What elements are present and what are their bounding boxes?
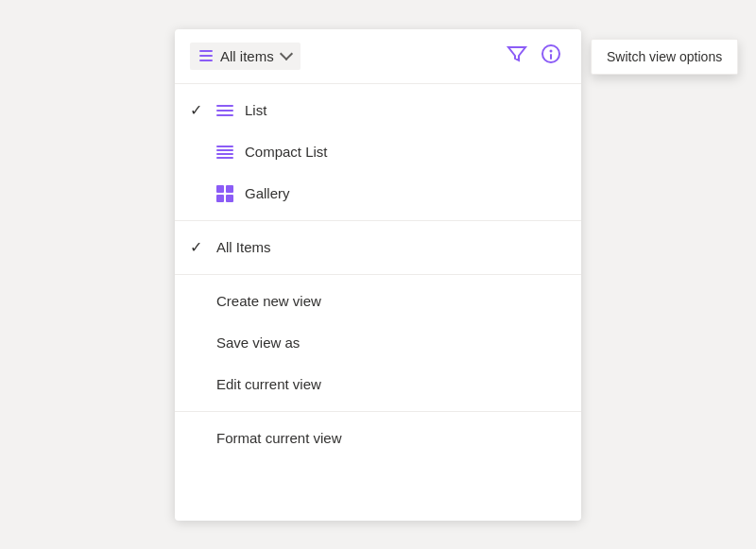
save-view-as-label: Save view as — [216, 335, 562, 351]
gallery-item[interactable]: Gallery — [175, 173, 581, 214]
format-current-view-item[interactable]: Format current view — [175, 418, 581, 459]
header-bar: All items Switch view options — [175, 29, 581, 84]
list-label: List — [245, 102, 562, 118]
list-lines-icon — [216, 105, 235, 116]
all-items-label: All Items — [216, 239, 562, 255]
views-section: ✓ All Items — [175, 220, 581, 274]
hamburger-lines-icon — [199, 50, 213, 61]
create-new-view-label: Create new view — [216, 293, 562, 309]
compact-lines-icon — [216, 146, 235, 159]
format-current-view-label: Format current view — [216, 430, 562, 446]
save-view-as-item[interactable]: Save view as — [175, 322, 581, 364]
gallery-label: Gallery — [245, 185, 562, 201]
view-type-section: ✓ List Compact List Gallery — [175, 84, 581, 220]
info-icon[interactable] — [540, 43, 562, 69]
compact-list-label: Compact List — [245, 144, 562, 160]
card: All items Switch view options — [175, 29, 581, 521]
view-selector-button[interactable]: All items — [190, 43, 301, 70]
check-mark-list: ✓ — [190, 101, 207, 119]
list-item[interactable]: ✓ List — [175, 90, 581, 131]
check-mark-all-items: ✓ — [190, 238, 207, 256]
footer-actions-section: Format current view — [175, 411, 581, 465]
create-new-view-item[interactable]: Create new view — [175, 281, 581, 322]
header-title: All items — [220, 48, 274, 64]
header-actions — [506, 43, 562, 69]
chevron-down-icon — [280, 47, 293, 60]
edit-current-view-item[interactable]: Edit current view — [175, 364, 581, 405]
tooltip: Switch view options — [591, 39, 738, 75]
gallery-grid-icon — [216, 185, 235, 202]
all-items-view-item[interactable]: ✓ All Items — [175, 227, 581, 268]
filter-icon[interactable] — [506, 43, 528, 69]
edit-current-view-label: Edit current view — [216, 376, 562, 392]
dropdown: ✓ List Compact List Gallery — [175, 84, 581, 465]
actions-section: Create new view Save view as Edit curren… — [175, 274, 581, 411]
compact-list-item[interactable]: Compact List — [175, 131, 581, 173]
tooltip-text: Switch view options — [607, 49, 722, 64]
